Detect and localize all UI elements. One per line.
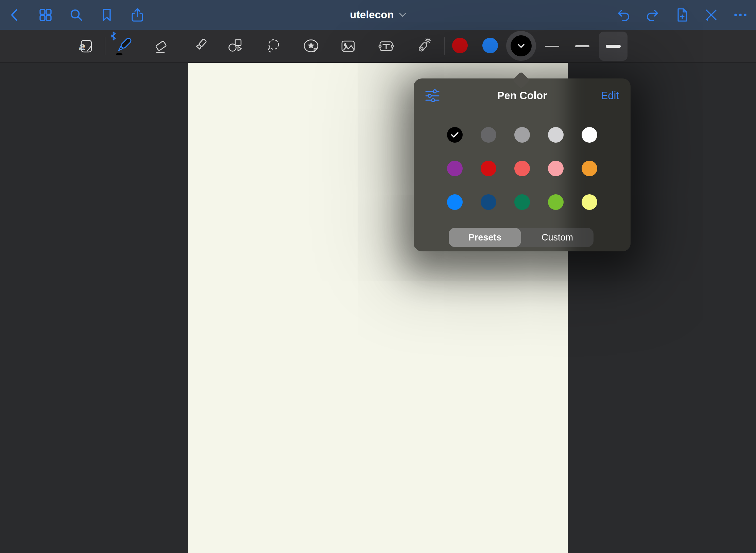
custom-segment[interactable]: Custom <box>521 228 594 247</box>
share-button[interactable] <box>129 7 145 23</box>
swatch-yellow[interactable] <box>582 194 597 210</box>
back-icon <box>7 7 23 23</box>
more-icon <box>732 7 749 23</box>
eraser-tool-button[interactable] <box>151 30 172 62</box>
document-title-button[interactable]: utelecon <box>350 0 406 30</box>
swatch-purple[interactable] <box>447 161 463 176</box>
shapes-tool-icon <box>227 37 244 55</box>
color-palette-grid <box>447 127 597 210</box>
swatch-pink[interactable] <box>548 161 564 176</box>
share-icon <box>129 7 145 23</box>
sliders-tune-icon <box>425 89 440 102</box>
shapes-tool-button[interactable] <box>225 30 246 62</box>
search-button[interactable] <box>68 7 84 23</box>
navbar: utelecon <box>0 0 756 30</box>
bookmark-button[interactable] <box>99 7 115 23</box>
add-page-icon <box>674 7 690 23</box>
eraser-tool-icon <box>153 37 170 55</box>
image-tool-button[interactable] <box>337 30 359 62</box>
toolbar: a <box>0 30 756 63</box>
swatch-coral[interactable] <box>514 161 530 176</box>
toolbar-divider <box>105 37 105 55</box>
lasso-tool-button[interactable] <box>263 30 285 62</box>
image-tool-icon <box>339 37 357 55</box>
stroke-medium-line <box>575 45 589 47</box>
laser-pointer-tool-button[interactable] <box>413 30 434 62</box>
highlighter-tool-icon <box>191 37 208 55</box>
toolbar-divider <box>444 37 445 55</box>
redo-button[interactable] <box>645 7 661 23</box>
text-tool-icon <box>377 37 395 55</box>
handwriting-panel-button[interactable]: a <box>75 30 97 62</box>
stroke-medium-button[interactable] <box>568 32 597 61</box>
pen-tool-button[interactable] <box>113 30 135 62</box>
stroke-settings-button[interactable] <box>425 89 440 102</box>
highlighter-tool-button[interactable] <box>189 30 210 62</box>
swatch-dark-gray[interactable] <box>481 127 496 143</box>
chevron-down-icon <box>399 13 406 17</box>
swatch-light-gray[interactable] <box>548 127 564 143</box>
presets-segment[interactable]: Presets <box>449 228 521 247</box>
pen-color-popover: Pen Color Edit Presets Custom <box>414 78 631 251</box>
swatch-gray[interactable] <box>514 127 530 143</box>
sticker-star-icon <box>302 37 320 55</box>
lasso-tool-icon <box>265 37 282 55</box>
swatch-green[interactable] <box>548 194 564 210</box>
popover-title: Pen Color <box>414 78 631 113</box>
pen-mode-toggle-button[interactable] <box>703 7 719 23</box>
bookmark-icon <box>99 7 115 23</box>
swatch-teal-green[interactable] <box>514 194 530 210</box>
elements-tool-button[interactable] <box>300 30 322 62</box>
check-icon <box>451 131 459 138</box>
laser-pointer-icon <box>415 37 432 55</box>
swatch-orange[interactable] <box>582 161 597 176</box>
pen-mode-toggle-icon <box>703 7 719 23</box>
stroke-thick-line <box>606 45 621 48</box>
handwriting-panel-icon: a <box>77 37 94 55</box>
swatch-navy[interactable] <box>481 194 496 210</box>
pen-color-black-swatch-selected[interactable] <box>506 31 536 61</box>
add-page-button[interactable] <box>674 7 690 23</box>
pen-color-red-swatch[interactable] <box>452 38 468 53</box>
swatch-black-selected[interactable] <box>447 127 463 143</box>
text-tool-button[interactable] <box>375 30 397 62</box>
pen-color-blue-swatch[interactable] <box>482 38 498 53</box>
back-button[interactable] <box>7 7 23 23</box>
swatch-white[interactable] <box>582 127 597 143</box>
more-button[interactable] <box>732 7 749 23</box>
canvas-area[interactable] <box>0 63 756 553</box>
pen-tool-icon <box>114 36 134 56</box>
svg-text:a: a <box>79 40 85 52</box>
stroke-thick-button-selected[interactable] <box>599 32 628 61</box>
presets-custom-segmented-control: Presets Custom <box>449 228 594 247</box>
undo-button[interactable] <box>615 7 632 23</box>
redo-icon <box>645 7 661 23</box>
popover-header: Pen Color Edit <box>414 78 631 113</box>
document-title: utelecon <box>350 9 394 21</box>
search-icon <box>68 7 84 23</box>
stroke-thin-button[interactable] <box>538 32 566 61</box>
pen-color-black-swatch <box>511 35 532 56</box>
grid-icon <box>37 7 54 23</box>
nav-right-group <box>615 0 749 30</box>
bluetooth-icon <box>110 32 117 40</box>
edit-button[interactable]: Edit <box>601 78 619 113</box>
nav-left-group <box>7 0 145 30</box>
swatch-blue[interactable] <box>447 194 463 210</box>
chevron-down-icon <box>517 43 525 48</box>
stroke-thin-line <box>545 46 559 47</box>
swatch-red[interactable] <box>481 161 496 176</box>
thumbnails-button[interactable] <box>37 7 54 23</box>
undo-icon <box>615 7 632 23</box>
